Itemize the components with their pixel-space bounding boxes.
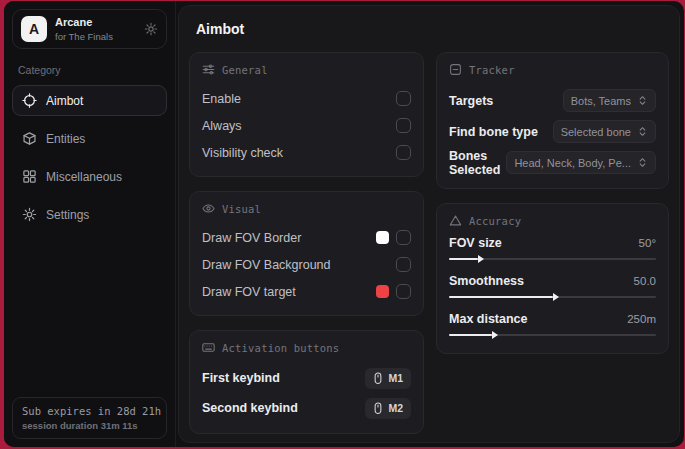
fov-border-color-swatch[interactable] bbox=[376, 231, 389, 244]
accuracy-card: Accuracy FOV size 50° bbox=[436, 203, 669, 354]
sidebar-item-label: Entities bbox=[46, 132, 85, 146]
fov-size-slider[interactable] bbox=[449, 254, 656, 265]
slider-label: Max distance bbox=[449, 312, 528, 326]
sidebar-item-miscellaneous[interactable]: Miscellaneous bbox=[12, 161, 167, 192]
general-card-header: General bbox=[202, 63, 411, 76]
mouse-icon bbox=[373, 402, 383, 415]
slider-value: 250m bbox=[627, 313, 656, 325]
keybind-row-first: First keybind M1 bbox=[202, 363, 411, 393]
first-keybind-button[interactable]: M1 bbox=[365, 368, 411, 389]
sidebar-item-entities[interactable]: Entities bbox=[12, 123, 167, 154]
grid-icon bbox=[22, 169, 37, 184]
app-logo: A bbox=[21, 16, 47, 42]
triangle-icon bbox=[449, 214, 462, 227]
enable-checkbox[interactable] bbox=[396, 91, 411, 106]
slider-group-smoothness: Smoothness 50.0 bbox=[449, 274, 656, 303]
card-title: Activation buttons bbox=[222, 342, 339, 354]
setting-label: Enable bbox=[202, 92, 241, 106]
app-name: Arcane bbox=[55, 16, 113, 29]
crosshair-icon bbox=[22, 93, 37, 108]
sidebar-item-label: Miscellaneous bbox=[46, 170, 122, 184]
smoothness-slider[interactable] bbox=[449, 292, 656, 303]
setting-label: Draw FOV Background bbox=[202, 258, 331, 272]
page-title: Aimbot bbox=[196, 21, 669, 37]
setting-row-visibility-check: Visibility check bbox=[202, 139, 411, 166]
keybind-label: First keybind bbox=[202, 371, 280, 385]
chevrons-up-down-icon bbox=[637, 125, 648, 138]
keybind-value: M1 bbox=[388, 372, 403, 384]
brand-text: Arcane for The Finals bbox=[55, 16, 113, 41]
slider-fill bbox=[449, 334, 492, 336]
sub-expiry-text: Sub expires in 28d 21h bbox=[22, 405, 157, 417]
chevrons-up-down-icon bbox=[637, 94, 648, 107]
main-panel: Aimbot General Enable Always bbox=[178, 5, 680, 443]
slider-fill bbox=[449, 258, 478, 260]
general-card: General Enable Always Visibility check bbox=[189, 52, 424, 177]
select-value: Selected bone bbox=[561, 126, 631, 138]
tracker-card: Tracker Targets Bots, Teams Find bone ty… bbox=[436, 52, 669, 189]
setting-row-draw-fov-target: Draw FOV target bbox=[202, 278, 411, 305]
app-subtitle: for The Finals bbox=[55, 31, 113, 42]
setting-label: Draw FOV target bbox=[202, 285, 296, 299]
activation-card: Activation buttons First keybind M1 Seco… bbox=[189, 330, 424, 434]
sidebar-item-settings[interactable]: Settings bbox=[12, 199, 167, 230]
always-checkbox[interactable] bbox=[396, 118, 411, 133]
cube-icon bbox=[22, 131, 37, 146]
bones-selected-select[interactable]: Head, Neck, Body, Pe... bbox=[506, 151, 656, 174]
card-title: Accuracy bbox=[469, 215, 521, 227]
session-duration-text: session duration 31m 11s bbox=[22, 420, 157, 431]
gear-icon[interactable] bbox=[144, 22, 158, 36]
visual-card-header: Visual bbox=[202, 202, 411, 215]
chevrons-up-down-icon bbox=[637, 156, 648, 169]
setting-label: Visibility check bbox=[202, 146, 283, 160]
subscription-info: Sub expires in 28d 21h session duration … bbox=[12, 397, 167, 439]
mouse-icon bbox=[373, 372, 383, 385]
box-dash-icon bbox=[449, 63, 462, 76]
gear-icon bbox=[22, 207, 37, 222]
fov-target-color-swatch[interactable] bbox=[376, 285, 389, 298]
left-column: General Enable Always Visibility check bbox=[189, 52, 424, 434]
tracker-label: Find bone type bbox=[449, 125, 538, 139]
sidebar-item-label: Aimbot bbox=[46, 94, 83, 108]
sidebar-item-aimbot[interactable]: Aimbot bbox=[12, 85, 167, 116]
tracker-label: Targets bbox=[449, 94, 493, 108]
tracker-card-header: Tracker bbox=[449, 63, 656, 76]
slider-label: FOV size bbox=[449, 236, 502, 250]
tracker-row-bones-selected: Bones Selected Head, Neck, Body, Pe... bbox=[449, 147, 656, 178]
targets-select[interactable]: Bots, Teams bbox=[563, 89, 656, 112]
keybind-value: M2 bbox=[388, 402, 403, 414]
draw-fov-border-checkbox[interactable] bbox=[396, 230, 411, 245]
find-bone-type-select[interactable]: Selected bone bbox=[553, 120, 656, 143]
setting-row-always: Always bbox=[202, 112, 411, 139]
category-label: Category bbox=[18, 64, 161, 76]
slider-group-fov-size: FOV size 50° bbox=[449, 236, 656, 265]
visibility-check-checkbox[interactable] bbox=[396, 145, 411, 160]
right-column: Tracker Targets Bots, Teams Find bone ty… bbox=[436, 52, 669, 354]
keybind-row-second: Second keybind M2 bbox=[202, 393, 411, 423]
draw-fov-target-checkbox[interactable] bbox=[396, 284, 411, 299]
keyboard-icon bbox=[202, 341, 215, 354]
app-window: A Arcane for The Finals Category Aimbot … bbox=[4, 1, 684, 447]
max-distance-slider[interactable] bbox=[449, 330, 656, 341]
card-title: General bbox=[222, 64, 268, 76]
select-value: Bots, Teams bbox=[571, 95, 631, 107]
setting-row-draw-fov-background: Draw FOV Background bbox=[202, 251, 411, 278]
slider-fill bbox=[449, 296, 552, 298]
sliders-icon bbox=[202, 63, 215, 76]
tracker-row-find-bone-type: Find bone type Selected bone bbox=[449, 116, 656, 147]
second-keybind-button[interactable]: M2 bbox=[365, 398, 411, 419]
setting-row-draw-fov-border: Draw FOV Border bbox=[202, 224, 411, 251]
card-title: Visual bbox=[222, 203, 261, 215]
sidebar: A Arcane for The Finals Category Aimbot … bbox=[4, 1, 176, 447]
accuracy-card-header: Accuracy bbox=[449, 214, 656, 227]
brand-header: A Arcane for The Finals bbox=[12, 9, 167, 49]
card-title: Tracker bbox=[469, 64, 515, 76]
setting-row-enable: Enable bbox=[202, 85, 411, 112]
draw-fov-background-checkbox[interactable] bbox=[396, 257, 411, 272]
tracker-row-targets: Targets Bots, Teams bbox=[449, 85, 656, 116]
slider-value: 50.0 bbox=[634, 275, 656, 287]
select-value: Head, Neck, Body, Pe... bbox=[514, 157, 631, 169]
eye-icon bbox=[202, 202, 215, 215]
tracker-label: Bones Selected bbox=[449, 149, 500, 177]
slider-value: 50° bbox=[639, 237, 656, 249]
